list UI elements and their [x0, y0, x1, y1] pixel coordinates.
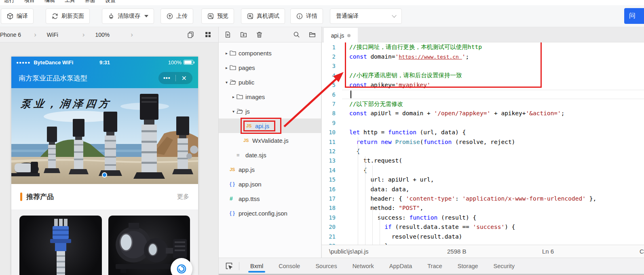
- line-number: 17: [322, 195, 342, 202]
- battery-percent: 100%: [168, 59, 182, 66]
- new-folder-icon[interactable]: [240, 31, 247, 38]
- caret-collapsed-icon[interactable]: ▸: [224, 66, 230, 70]
- line-number: 13: [322, 157, 342, 164]
- zoom-selector[interactable]: 100%: [95, 32, 110, 38]
- button-label: 真机调试: [257, 13, 279, 20]
- debug-tab-bxml[interactable]: Bxml: [243, 258, 271, 274]
- section-title: 推荐产品: [26, 192, 54, 201]
- menu-item-工具[interactable]: 工具: [65, 0, 75, 4]
- tree-item-api.js[interactable]: JSapi.js: [219, 118, 321, 133]
- debug-tab-appdata[interactable]: AppData: [382, 258, 420, 274]
- menu-item-界面[interactable]: 界面: [85, 0, 95, 4]
- banner-carousel[interactable]: 泵业，润泽四方: [11, 88, 198, 184]
- panel-divider[interactable]: [218, 27, 219, 275]
- phone-title-bar: 南方泵业正品水泵选型 ••• ✕: [11, 68, 198, 88]
- file-path: \public\js\api.js: [329, 248, 369, 255]
- tree-item-project.config.json[interactable]: { }project.config.json: [219, 206, 321, 220]
- tree-item-app.json[interactable]: { }app.json: [219, 177, 321, 191]
- debug-tab-security[interactable]: Security: [486, 258, 522, 274]
- debug-tab-console[interactable]: Console: [271, 258, 308, 274]
- debug-tab-trace[interactable]: Trace: [420, 258, 450, 274]
- code-editor[interactable]: 1//接口网址，请自行更换，本机测试可以使用http2const domain=…: [321, 42, 644, 245]
- toolbar-button-refresh-page[interactable]: 刷新页面: [46, 8, 90, 24]
- json-file-icon: { }: [230, 181, 239, 187]
- code-line: 18 method: "POST",: [322, 203, 644, 213]
- menu-item-编辑[interactable]: 编辑: [44, 0, 55, 4]
- more-menu-icon[interactable]: •••: [158, 75, 175, 81]
- button-label: 清除缓存: [118, 13, 140, 20]
- code-line: 14 {: [322, 165, 644, 175]
- tree-item-images[interactable]: ▸images: [219, 89, 321, 104]
- line-number: 2: [322, 53, 342, 60]
- feedback-label: 问: [629, 12, 636, 20]
- toolbar-button-compile[interactable]: 编译: [1, 8, 34, 24]
- line-number: 7: [322, 101, 342, 107]
- toolbar-button-upload[interactable]: 上传: [160, 8, 193, 24]
- delete-file-icon[interactable]: [255, 31, 263, 38]
- tree-item-label: api.js: [255, 123, 269, 129]
- menu-item-设置[interactable]: 设置: [105, 0, 116, 4]
- close-icon[interactable]: ✕: [176, 74, 193, 82]
- product-card-vertical-pump[interactable]: [19, 216, 102, 275]
- debug-tab-sources[interactable]: Sources: [308, 258, 344, 274]
- search-icon[interactable]: [293, 31, 300, 38]
- toolbar-button-clear-cache[interactable]: 清除缓存: [102, 8, 154, 24]
- text-cursor: [351, 91, 351, 98]
- compile-mode-dropdown[interactable]: 普通编译: [330, 8, 402, 24]
- line-number: 14: [322, 167, 342, 173]
- simulator-area: ●●●●● ByteDance WiFi 9:31 100% 南方泵业正品水泵选…: [0, 42, 218, 275]
- code-line: 8const apiUrl = domain + '/open/?appkey=…: [322, 109, 644, 118]
- new-file-icon[interactable]: [224, 31, 232, 38]
- code-line: 15 url: apiUrl + url,: [322, 175, 644, 184]
- tree-item-public[interactable]: ▾public: [219, 75, 321, 89]
- toolbar-button-details[interactable]: 详情: [290, 8, 323, 24]
- folder-icon: [230, 50, 239, 56]
- caret-collapsed-icon[interactable]: ▸: [224, 51, 230, 55]
- debug-tab-storage[interactable]: Storage: [450, 258, 486, 274]
- inspect-element-icon[interactable]: [218, 262, 239, 270]
- toolbar-button-device-debug[interactable]: 真机调试: [241, 8, 285, 24]
- tree-item-app.js[interactable]: JSapp.js: [219, 162, 321, 177]
- debug-tab-network[interactable]: Network: [345, 258, 382, 274]
- tree-item-app.ttss[interactable]: #app.ttss: [219, 191, 321, 206]
- phone-preview: ●●●●● ByteDance WiFi 9:31 100% 南方泵业正品水泵选…: [11, 57, 198, 275]
- code-annotation-box: [345, 42, 542, 88]
- tree-item-label: js: [245, 108, 250, 115]
- toolbar-button-preview[interactable]: 预览: [201, 8, 234, 24]
- caret-expanded-icon[interactable]: ▾: [224, 80, 230, 85]
- mini-app-title: 南方泵业正品水泵选型: [19, 74, 87, 83]
- device-selector[interactable]: Phone 6: [0, 32, 21, 38]
- line-number: 5: [322, 82, 342, 88]
- tree-item-pages[interactable]: ▸pages: [219, 60, 321, 75]
- layout-grid-icon[interactable]: [204, 31, 212, 38]
- caret-collapsed-icon[interactable]: ▸: [230, 95, 236, 99]
- open-folder-icon[interactable]: [308, 31, 316, 38]
- product-list: [11, 209, 198, 275]
- more-link[interactable]: 更多: [177, 193, 189, 201]
- tree-item-label: WxValidate.js: [252, 137, 289, 144]
- js-file-icon: JS: [243, 138, 252, 143]
- ttss-file-icon: #: [230, 195, 239, 202]
- folder-icon: [236, 94, 245, 99]
- cube-icon: [6, 13, 14, 20]
- tree-item-label: public: [239, 79, 254, 86]
- qr-icon: [207, 13, 214, 20]
- caret-expanded-icon[interactable]: ▾: [230, 109, 236, 114]
- tree-item-date.sjs[interactable]: ≡date.sjs: [219, 148, 321, 162]
- tree-item-components[interactable]: ▸components: [219, 46, 321, 60]
- line-number: 15: [322, 176, 342, 183]
- tree-item-label: images: [245, 93, 265, 100]
- code-line: 19 success: function (result) {: [322, 213, 644, 222]
- menu-item-项目[interactable]: 项目: [24, 0, 35, 4]
- duplicate-view-icon[interactable]: [187, 31, 194, 38]
- menu-item-运行[interactable]: 运行: [4, 0, 15, 4]
- tree-item-WxValidate.js[interactable]: JSWxValidate.js: [219, 133, 321, 148]
- chevron-down-icon: [392, 13, 396, 17]
- code-line: 22 }: [322, 241, 644, 245]
- tab-api-js[interactable]: api.js: [324, 28, 358, 43]
- network-selector[interactable]: WiFi: [47, 32, 58, 38]
- tree-item-js[interactable]: ▾js: [219, 104, 321, 118]
- code-line: 12 {: [322, 146, 644, 156]
- line-number: 10: [322, 129, 342, 135]
- feedback-button[interactable]: 问: [624, 8, 644, 24]
